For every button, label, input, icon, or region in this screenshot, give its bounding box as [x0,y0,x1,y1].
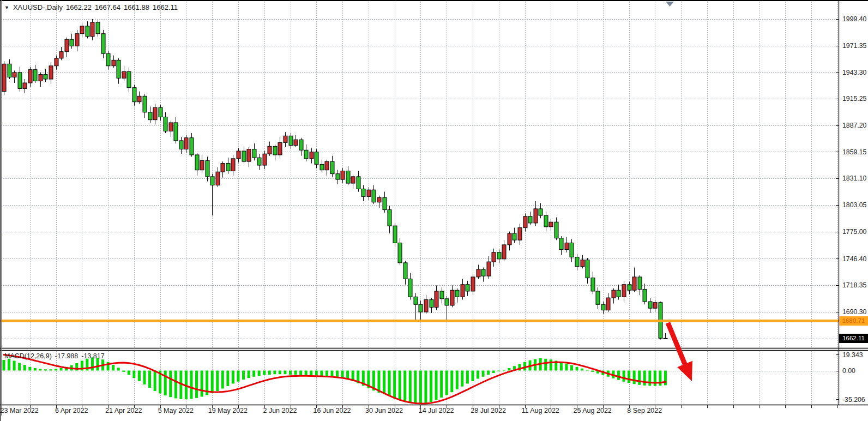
candle-body [653,303,657,308]
macd-histogram-bar [315,371,318,376]
price-tick-label: 1690.30 [842,308,867,316]
macd-histogram-bar [523,362,526,371]
candle-body [216,172,220,185]
candle-body [2,64,6,91]
candle-body [648,302,652,308]
candle-body [127,71,131,88]
ohlc-close-value: 1662.11 [153,3,178,11]
candle-body [174,123,178,141]
macd-histogram-bar [263,371,266,375]
macd-histogram-bar [258,371,261,376]
candle-body [184,138,188,149]
macd-indicator-label: MACD(12,26,9)-17.988-13.817 [4,352,105,360]
candle-body [346,171,350,183]
candle-body [226,164,230,171]
date-label: 23 Mar 2022 [1,407,39,414]
macd-histogram-bar [60,368,63,370]
ohlc-open-value: 1662.22 [66,3,92,11]
price-tick-label: 1746.40 [842,255,867,263]
candle-body [628,285,631,290]
candle-body [200,160,204,170]
candle-body [237,151,240,159]
candle-body [435,291,438,308]
chart-dropdown-icon[interactable]: ▼ [4,5,9,10]
candle-body [278,142,282,155]
candle-body [59,52,63,58]
macd-histogram-bar [289,371,292,375]
macd-histogram-bar [403,371,406,402]
candle-body [23,83,27,88]
macd-histogram-bar [237,371,239,382]
macd-histogram-bar [305,371,308,375]
candle-body [263,154,267,165]
macd-histogram-bar [648,371,651,386]
macd-histogram-bar [268,371,271,375]
candle-body [273,146,277,155]
symbol-timeframe-label: XAUUSD-,Daily [13,3,63,11]
candle-body [450,290,454,305]
macd-tick-label: 0.00 [842,367,855,375]
macd-current-value: -17.988 [55,352,78,360]
date-label: 21 Apr 2022 [105,407,142,414]
hline-price-badge: 1680.71 [839,316,868,326]
candle-body [101,34,105,53]
candle-body [606,298,610,310]
candle-body [601,304,605,310]
macd-histogram-bar [550,359,552,370]
candle-body [414,297,418,304]
candle-body [430,300,433,308]
candle-body [357,177,360,189]
candle-body [112,60,116,65]
candle-body [341,171,345,179]
candle-body [481,269,485,276]
macd-histogram-bar [633,371,636,384]
candle-body [132,88,136,102]
macd-histogram-bar [414,371,417,404]
candle-body [169,123,173,131]
macd-histogram-bar [576,367,578,371]
macd-histogram-bar [13,361,16,371]
macd-histogram-bar [248,371,250,378]
macd-histogram-bar [195,371,198,398]
candle-body [153,107,157,120]
macd-tick-label: -35.206 [842,396,865,404]
chart-canvas[interactable]: 1999.401971.351943.301915.251887.201859.… [0,0,868,421]
macd-histogram-bar [617,371,620,380]
candle-body [544,215,548,227]
candle-body [18,73,22,89]
macd-histogram-bar [623,371,625,382]
price-tick-label: 1999.40 [842,15,867,23]
candle-body [570,243,574,257]
macd-histogram-bar [320,371,323,376]
macd-histogram-bar [565,364,568,371]
candle-body [106,53,110,66]
macd-histogram-bar [326,371,328,376]
macd-histogram-bar [388,371,391,396]
macd-histogram-bar [638,371,641,385]
macd-histogram-bar [461,371,463,387]
price-tick-label: 1831.10 [842,175,867,182]
date-label: 5 May 2022 [158,407,194,414]
macd-histogram-bar [211,371,214,393]
macd-histogram-bar [284,371,286,375]
macd-histogram-bar [221,371,224,389]
candle-body [351,177,355,183]
macd-histogram-bar [190,371,192,399]
macd-histogram-bar [330,371,333,377]
macd-histogram-bar [154,371,156,391]
candle-body [195,155,199,170]
candle-body [638,277,642,290]
macd-histogram-bar [252,371,255,377]
candle-body [179,141,183,149]
macd-histogram-bar [487,371,490,375]
candle-body [575,257,579,266]
price-tick-label: 1915.25 [842,95,867,103]
price-tick-label: 1943.30 [842,69,867,76]
macd-histogram-bar [424,371,427,404]
candle-body [8,64,11,77]
candle-body [231,159,235,171]
macd-histogram-bar [44,369,47,370]
macd-histogram-bar [49,369,52,370]
candle-body [242,151,246,161]
candle-body [477,269,480,277]
